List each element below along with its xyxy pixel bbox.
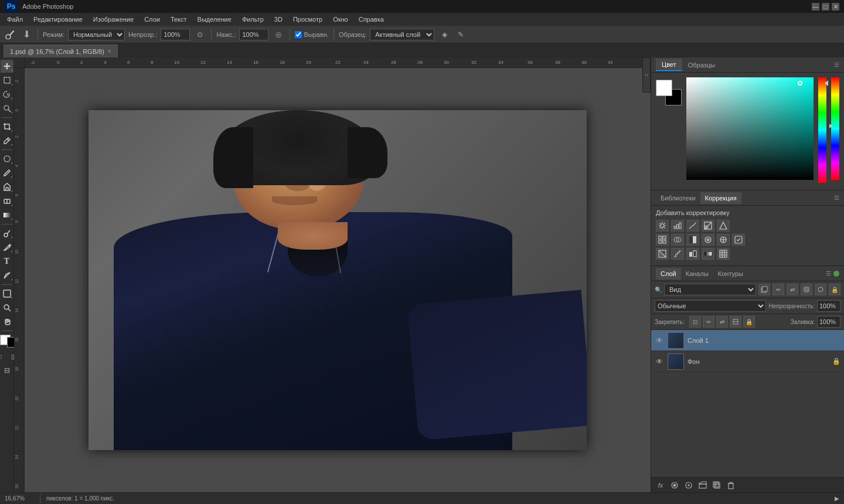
blend-mode-select[interactable]: Обычные	[655, 300, 766, 312]
menu-select[interactable]: Выделение	[193, 15, 236, 24]
menu-edit[interactable]: Редактирование	[29, 15, 87, 24]
menu-window[interactable]: Окно	[328, 15, 353, 24]
brush-tool[interactable]: ▾	[1, 166, 13, 179]
color-tab[interactable]: Цвет	[656, 59, 682, 71]
threshold-icon[interactable]	[686, 248, 699, 260]
hand-tool[interactable]	[1, 315, 13, 328]
layers-tab[interactable]: Слой	[656, 268, 681, 280]
colorlookup-icon[interactable]	[732, 234, 745, 246]
new-layer-btn[interactable]	[711, 479, 723, 491]
sample-select[interactable]: Активный слой	[370, 29, 434, 40]
layer-mask-btn[interactable]	[815, 284, 826, 295]
extra-bar[interactable]	[831, 77, 839, 180]
lock-pixels-btn[interactable]: ✏	[772, 284, 784, 295]
curves-icon[interactable]	[686, 220, 699, 231]
hsl-icon[interactable]	[656, 234, 669, 246]
maximize-button[interactable]: □	[822, 3, 829, 11]
brightness-icon[interactable]	[656, 220, 669, 231]
link-layers-btn[interactable]: ⇌	[787, 284, 798, 295]
lock-position-btn[interactable]: ⇌	[716, 316, 728, 328]
exposure-icon[interactable]	[702, 220, 714, 231]
add-adjustment-btn[interactable]	[683, 479, 695, 491]
shape-tool[interactable]: ▾	[1, 287, 13, 300]
samples-tab[interactable]: Образцы	[682, 59, 721, 71]
add-group-btn[interactable]	[697, 479, 709, 491]
new-adjustment-btn[interactable]: 🔒	[829, 284, 840, 295]
collapse-panels-btn[interactable]: ‹‹	[642, 57, 651, 93]
layer-style-btn[interactable]	[801, 284, 812, 295]
clone-tool[interactable]: ▾	[1, 181, 13, 193]
correction-panel-menu-btn[interactable]: ☰	[834, 195, 839, 201]
fill-value-input[interactable]	[817, 316, 840, 328]
photofilter-icon[interactable]	[702, 234, 714, 246]
eraser-tool[interactable]: ▾	[1, 195, 13, 207]
vibrance-icon[interactable]	[717, 220, 730, 231]
opacity-value-input[interactable]: 100%	[817, 300, 840, 312]
delete-layer-btn[interactable]	[725, 479, 737, 491]
posterize-icon[interactable]	[671, 248, 684, 260]
layer-bg-visibility[interactable]: 👁	[655, 357, 664, 366]
color-spectrum-box[interactable]	[686, 77, 814, 180]
document-tab[interactable]: 1.psd @ 16,7% (Слой 1, RGB/8) ×	[4, 45, 118, 57]
lasso-tool[interactable]: ▾	[1, 88, 13, 101]
mode-select[interactable]: Нормальный	[68, 29, 125, 40]
libraries-tab[interactable]: Библиотеки	[656, 192, 700, 204]
layer-item-1[interactable]: 👁 Слой 1	[651, 330, 844, 351]
fg-color-swatch[interactable]	[656, 80, 672, 96]
gradientmap-icon[interactable]	[702, 248, 714, 260]
layers-panel-menu-btn[interactable]: ☰	[826, 270, 831, 277]
gradient-tool[interactable]: ▾	[1, 209, 13, 222]
correction-tab[interactable]: Коррекция	[700, 192, 741, 204]
align-checkbox[interactable]	[295, 31, 302, 38]
lock-image-btn[interactable]: ✏	[703, 316, 714, 328]
type-tool[interactable]: T	[1, 255, 13, 268]
quick-select-tool[interactable]: ▾	[1, 102, 13, 115]
crop-tool[interactable]: ▾	[1, 120, 13, 133]
hue-bar[interactable]	[818, 77, 826, 183]
close-button[interactable]: ✕	[832, 3, 839, 11]
selectivecolor-icon[interactable]	[717, 248, 730, 260]
channels-tab[interactable]: Каналы	[681, 268, 713, 280]
status-arrow-btn[interactable]: ▶	[835, 495, 839, 502]
menu-filter[interactable]: Фильтр	[237, 15, 268, 24]
layer-fx-btn[interactable]: fx	[655, 479, 666, 491]
menu-3d[interactable]: 3D	[270, 15, 287, 24]
menu-layers[interactable]: Слои	[139, 15, 165, 24]
layer-1-visibility[interactable]: 👁	[655, 336, 664, 345]
ruler-mark-v: 0	[15, 109, 19, 111]
color-panel-menu-btn[interactable]: ☰	[834, 62, 839, 68]
channelmixer-icon[interactable]	[717, 234, 730, 246]
path-select-tool[interactable]: ▾	[1, 269, 13, 282]
patch-tool[interactable]: ▾	[1, 152, 13, 165]
dodge-tool[interactable]: ▾	[1, 227, 13, 240]
move-tool[interactable]: ▾	[1, 60, 13, 73]
invert-icon[interactable]	[656, 248, 669, 260]
colorbalance-icon[interactable]	[671, 234, 684, 246]
menu-help[interactable]: Справка	[354, 15, 389, 24]
layer-filter-select[interactable]: Вид	[664, 284, 756, 295]
menu-image[interactable]: Изображение	[89, 15, 138, 24]
lock-transparent-btn[interactable]: ⊡	[689, 316, 701, 328]
lock-artboard-btn[interactable]	[730, 316, 741, 328]
eyedropper-tool[interactable]: ▾	[1, 134, 13, 147]
minimize-button[interactable]: —	[812, 3, 819, 11]
menu-view[interactable]: Просмотр	[288, 15, 327, 24]
marquee-tool[interactable]: ▾	[1, 74, 13, 87]
standard-mode-btn[interactable]: □	[0, 350, 6, 363]
new-layer-from-btn[interactable]	[758, 284, 770, 295]
add-mask-btn[interactable]	[669, 479, 680, 491]
pen-tool[interactable]: ▾	[1, 241, 13, 254]
levels-icon[interactable]	[671, 220, 684, 231]
layer-visibility-dot[interactable]	[833, 271, 839, 277]
menu-file[interactable]: Файл	[2, 15, 28, 24]
paths-tab[interactable]: Контуры	[713, 268, 748, 280]
flow-input[interactable]	[239, 29, 268, 40]
screen-mode-btn[interactable]: ⊟	[1, 364, 13, 377]
opacity-input[interactable]	[161, 29, 190, 40]
zoom-tool[interactable]	[1, 301, 13, 314]
menu-text[interactable]: Текст	[166, 15, 192, 24]
lock-all-btn[interactable]: 🔒	[743, 316, 755, 328]
layer-item-background[interactable]: 👁 Фон 🔒	[651, 351, 844, 372]
tab-close-button[interactable]: ×	[108, 48, 111, 55]
bw-icon[interactable]	[686, 234, 699, 246]
